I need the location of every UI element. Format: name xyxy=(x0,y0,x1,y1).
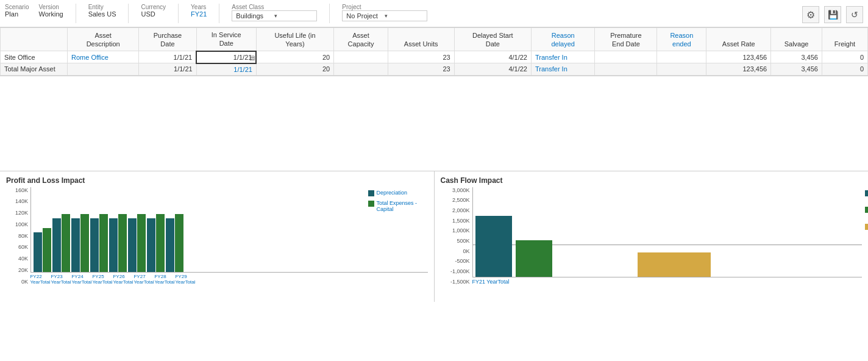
col-header-asset-desc: AssetDescription xyxy=(68,28,139,51)
cf-x-labels: FY21 YearTotal xyxy=(472,277,863,285)
currency-group: Currency USD xyxy=(141,4,166,18)
bar-expenses xyxy=(156,214,165,272)
cell-useful-life: 20 xyxy=(256,51,333,63)
project-group: Project No Project ▾ xyxy=(342,4,427,21)
entity-group: Entity Sales US xyxy=(88,4,116,18)
project-label: Project xyxy=(342,4,427,10)
empty-space xyxy=(0,76,868,171)
edit-icon: ▤ xyxy=(249,54,255,60)
cell-salvage: 3,456 xyxy=(771,51,822,63)
table-row: Site Office Rome Office 1/1/21 1/1/21▤ 2… xyxy=(1,51,868,63)
scenario-group: Scenario Plan xyxy=(5,4,29,18)
pl-bars-wrapper: Depreciation Total Expenses - Capital FY… xyxy=(30,187,428,285)
project-dropdown[interactable]: No Project ▾ xyxy=(342,10,427,21)
outflow-color xyxy=(865,190,868,196)
x-label-fy27: FY27 YearTotal xyxy=(134,274,154,285)
cf-y-axis: 3,000K 2,500K 2,000K 1,500K 1,000K 500K … xyxy=(441,187,472,285)
cell-in-service-date[interactable]: 1/1/21▤ xyxy=(196,51,256,63)
version-value: Working xyxy=(38,10,63,18)
col-header-asset-capacity: AssetCapacity xyxy=(334,28,388,51)
bar-expenses xyxy=(175,214,183,272)
entity-value: Sales US xyxy=(88,10,116,18)
legend-item-outflow: Cash Outflow from Capital Additions xyxy=(865,190,868,203)
asset-class-value: Buildings xyxy=(236,12,274,20)
cell-in-service-date: 1/1/21 xyxy=(196,63,256,76)
col-header-in-service: In ServiceDate xyxy=(196,28,256,51)
legend-label-expenses: Total Expenses - Capital xyxy=(377,200,425,213)
pl-bars: Depreciation Total Expenses - Capital xyxy=(30,187,428,273)
scenario-label: Scenario xyxy=(5,4,29,10)
cell-asset-desc: Rome Office xyxy=(68,51,139,63)
bar-group xyxy=(166,214,183,272)
asset-class-group: Asset Class Buildings ▾ xyxy=(232,4,317,21)
col-header-useful-life: Useful Life (inYears) xyxy=(256,28,333,51)
data-table-section: AssetDescription PurchaseDate In Service… xyxy=(0,27,868,76)
pl-legend: Depreciation Total Expenses - Capital xyxy=(368,190,425,213)
col-header-purchase-date: PurchaseDate xyxy=(139,28,196,51)
bar-expenses xyxy=(80,214,89,272)
settings-button[interactable]: ⚙ xyxy=(802,6,819,23)
years-label: Years xyxy=(191,4,207,10)
bar-expenses xyxy=(118,214,127,272)
save-button[interactable]: 💾 xyxy=(824,6,841,23)
asset-class-dropdown[interactable]: Buildings ▾ xyxy=(232,10,317,21)
toolbar-actions: ⚙ 💾 ↺ xyxy=(802,4,863,23)
bar-group xyxy=(71,214,89,272)
cf-bar-outflow xyxy=(475,216,512,277)
entity-label: Entity xyxy=(88,4,116,10)
cell-asset-capacity xyxy=(334,51,388,63)
pl-chart-area: 160K 140K 120K 100K 80K 60K 40K 20K 0K xyxy=(6,187,428,285)
currency-label: Currency xyxy=(141,4,166,10)
assets-table: AssetDescription PurchaseDate In Service… xyxy=(0,27,868,76)
x-label-fy22: FY22 YearTotal xyxy=(30,274,50,285)
cell-asset-units: 23 xyxy=(388,63,454,76)
x-label-fy25: FY25 YearTotal xyxy=(93,274,112,285)
depreciation-color xyxy=(368,190,374,196)
charts-section: Profit and Loss Impact 160K 140K 120K 10… xyxy=(0,171,868,302)
legend-item-expenses: Total Expenses - Capital xyxy=(368,200,425,213)
cf-bar-inflow xyxy=(516,240,552,277)
cf-bar-capital xyxy=(638,252,711,277)
col-header-freight: Freight xyxy=(822,28,867,51)
cell-purchase-date: 1/1/21 xyxy=(139,63,196,76)
pl-y-axis: 160K 140K 120K 100K 80K 60K 40K 20K 0K xyxy=(6,187,30,285)
pl-chart: Profit and Loss Impact 160K 140K 120K 10… xyxy=(0,171,435,302)
cf-x-label: FY21 YearTotal xyxy=(472,279,510,285)
bar-group xyxy=(52,214,70,272)
bar-group xyxy=(34,228,51,272)
cf-chart: Cash Flow Impact 3,000K 2,500K 2,000K 1,… xyxy=(435,171,869,302)
bar-depreciation xyxy=(128,218,137,272)
version-label: Version xyxy=(38,4,63,10)
bar-group xyxy=(128,214,146,272)
chevron-down-icon: ▾ xyxy=(385,13,423,19)
table-row: Total Major Asset 1/1/21 1/1/21 20 23 4/… xyxy=(1,63,868,76)
cell-row-name: Total Major Asset xyxy=(1,63,68,76)
x-label-fy28: FY28 YearTotal xyxy=(155,274,174,285)
pl-chart-title: Profit and Loss Impact xyxy=(6,176,428,185)
x-label-fy29: FY29 YearTotal xyxy=(176,274,195,285)
years-group: Years FY21 xyxy=(191,4,207,18)
bar-expenses xyxy=(62,214,70,272)
bar-expenses xyxy=(99,214,108,272)
legend-item-depreciation: Depreciation xyxy=(368,190,425,196)
cell-freight: 0 xyxy=(822,51,867,63)
cell-asset-rate: 123,456 xyxy=(706,63,771,76)
cf-bars-wrapper: Cash Outflow from Capital Additions Cash… xyxy=(472,187,863,285)
refresh-button[interactable]: ↺ xyxy=(846,6,863,23)
toolbar: Scenario Plan Version Working Entity Sal… xyxy=(0,0,868,27)
x-label-fy24: FY24 YearTotal xyxy=(72,274,91,285)
cell-freight: 0 xyxy=(822,63,867,76)
col-header-name xyxy=(1,28,68,51)
cf-bar-group xyxy=(475,190,512,277)
cf-chart-title: Cash Flow Impact xyxy=(441,176,863,185)
bar-depreciation xyxy=(147,218,155,272)
bar-expenses xyxy=(137,214,146,272)
cf-bar-group xyxy=(516,190,552,277)
legend-item-capital: Capital Cash Flow Impact xyxy=(865,223,868,237)
cf-chart-area: 3,000K 2,500K 2,000K 1,500K 1,000K 500K … xyxy=(441,187,863,285)
col-header-reason-ended: Reasonended xyxy=(657,28,706,51)
cell-reason-ended xyxy=(657,51,706,63)
cell-reason-delayed: Transfer In xyxy=(532,51,595,63)
asset-class-label: Asset Class xyxy=(232,4,317,10)
bar-depreciation xyxy=(71,218,80,272)
